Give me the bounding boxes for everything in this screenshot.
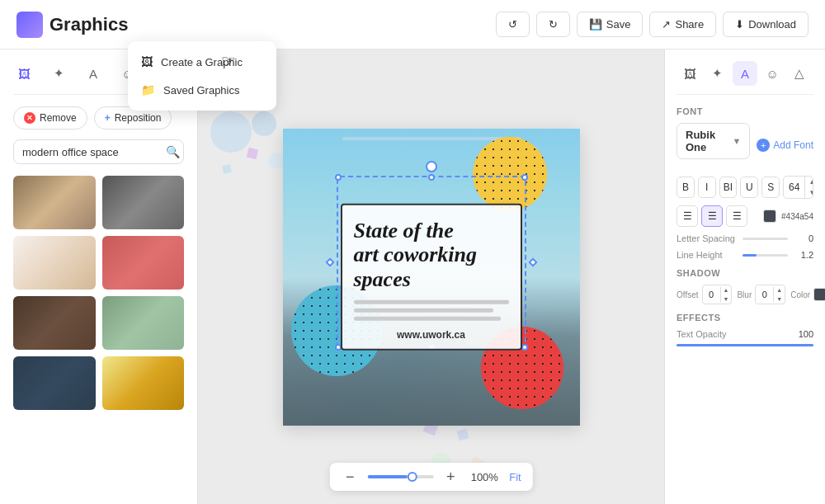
remove-icon: ✕	[24, 112, 35, 124]
design-canvas[interactable]: State of the art coworking spaces www.uw…	[283, 129, 580, 426]
image-thumb-2[interactable]	[102, 176, 185, 229]
bg-lamp	[342, 137, 521, 140]
align-row: ☰ ☰ ☰ #434a54	[676, 205, 813, 227]
image-grid	[13, 176, 184, 410]
image-thumb-8[interactable]	[102, 356, 185, 410]
panel-tool-text[interactable]: A	[82, 63, 104, 84]
bold-button[interactable]: B	[676, 177, 695, 198]
fit-button[interactable]: Fit	[509, 471, 521, 483]
zoom-controls: − + 100% Fit	[329, 463, 532, 491]
right-tool-star[interactable]: ✦	[705, 61, 730, 86]
text-opacity-row: Text Opacity 100	[676, 329, 813, 339]
saved-graphics-label: Saved Graphics	[163, 84, 240, 97]
offset-up[interactable]: ▲	[721, 285, 732, 294]
zoom-percent: 100%	[468, 471, 501, 483]
topbar-actions: ↺ ↻ 💾 Save ↗ Share ⬇ Download	[496, 12, 808, 37]
align-left-icon: ☰	[683, 210, 692, 222]
bold-italic-button[interactable]: BI	[719, 177, 738, 198]
shadow-color-display[interactable]: #434a54	[813, 288, 825, 301]
line-height-value: 1.2	[793, 250, 813, 260]
font-size-up[interactable]: ▲	[805, 177, 813, 187]
italic-button[interactable]: I	[698, 177, 716, 198]
zoom-slider-thumb	[407, 472, 417, 482]
align-left-button[interactable]: ☰	[676, 205, 698, 227]
right-tool-image[interactable]: 🖼	[678, 61, 703, 86]
download-icon: ⬇	[735, 18, 744, 31]
blur-up[interactable]: ▲	[774, 285, 785, 294]
share-label: Share	[675, 18, 704, 31]
remove-button[interactable]: ✕ Remove	[13, 106, 87, 130]
main-area: 🖼 ✦ A ☺ △ ✕ Remove + Reposition 🔍	[0, 49, 825, 504]
save-label: Save	[606, 18, 631, 31]
text-card[interactable]: State of the art coworking spaces www.uw…	[341, 203, 522, 351]
text-color-swatch[interactable]	[763, 210, 776, 223]
app-logo: Graphics	[16, 12, 128, 38]
blur-field: 0 ▲ ▼	[755, 285, 785, 304]
circle-yellow	[473, 137, 547, 211]
blur-arrows: ▲ ▼	[774, 285, 785, 304]
strikethrough-button[interactable]: S	[761, 177, 780, 198]
letter-spacing-row: Letter Spacing 0	[676, 233, 813, 243]
font-size-value: 64	[784, 177, 805, 198]
zoom-slider[interactable]	[367, 475, 433, 478]
text-opacity-slider[interactable]	[676, 344, 813, 346]
zoom-in-button[interactable]: +	[441, 468, 460, 486]
right-tool-emoji[interactable]: ☺	[760, 61, 785, 86]
line-height-slider[interactable]	[742, 254, 788, 257]
image-thumb-7[interactable]	[13, 356, 96, 410]
create-graphic-label: Create a Graphic	[161, 56, 243, 68]
zoom-out-button[interactable]: −	[341, 468, 359, 486]
logo-icon	[16, 12, 43, 38]
underline-button[interactable]: U	[740, 177, 758, 198]
undo-button[interactable]: ↺	[496, 12, 530, 37]
right-tool-shape[interactable]: △	[787, 61, 812, 86]
share-button[interactable]: ↗ Share	[649, 12, 716, 37]
reposition-label: Reposition	[115, 112, 162, 124]
image-thumb-6[interactable]	[102, 296, 185, 350]
align-center-button[interactable]: ☰	[701, 205, 723, 227]
svg-rect-6	[457, 429, 469, 441]
font-size-down[interactable]: ▼	[805, 187, 813, 198]
panel-tool-image[interactable]: 🖼	[13, 63, 35, 84]
redo-icon: ↻	[549, 18, 558, 31]
blur-label: Blur	[737, 290, 752, 299]
blur-down[interactable]: ▼	[774, 294, 785, 304]
image-thumb-5[interactable]	[13, 296, 96, 350]
text-placeholder-lines	[354, 300, 509, 321]
letter-spacing-label: Letter Spacing	[676, 233, 742, 243]
shadow-color-label: Color	[790, 290, 810, 299]
align-right-icon: ☰	[733, 210, 742, 222]
format-row-1: B I BI U S 64 ▲ ▼	[676, 176, 813, 199]
font-selector[interactable]: Rubik One ▼	[676, 123, 750, 159]
shadow-color-swatch	[813, 288, 825, 301]
text-line-2	[354, 309, 493, 313]
add-font-button[interactable]: + Add Font	[757, 139, 813, 152]
panel-tool-cursor[interactable]: ✦	[48, 63, 69, 84]
download-button[interactable]: ⬇ Download	[723, 12, 808, 37]
letter-spacing-slider[interactable]	[742, 238, 788, 240]
dropdown-saved-graphics[interactable]: 📁 Saved Graphics	[128, 76, 276, 104]
offset-down[interactable]: ▼	[721, 294, 732, 304]
align-right-button[interactable]: ☰	[726, 205, 747, 227]
image-icon: 🖼	[141, 55, 153, 68]
shadow-section-label: Shadow	[676, 268, 813, 278]
save-button[interactable]: 💾 Save	[577, 12, 644, 37]
line-height-label: Line Height	[676, 250, 742, 260]
font-size-arrows: ▲ ▼	[805, 177, 813, 198]
website-text: www.uwork.ca	[354, 329, 509, 341]
right-tool-text[interactable]: A	[733, 61, 757, 86]
search-input[interactable]	[22, 146, 161, 158]
svg-rect-2	[247, 148, 259, 160]
image-thumb-4[interactable]	[102, 236, 185, 290]
topbar: Graphics 🖼 Create a Graphic 📁 Saved Grap…	[0, 0, 825, 49]
add-font-plus-icon: +	[757, 139, 770, 152]
add-font-label: Add Font	[773, 139, 813, 151]
font-section-label: Font	[676, 106, 813, 116]
dropdown-create-graphic[interactable]: 🖼 Create a Graphic	[128, 48, 276, 76]
right-toolbar: 🖼 ✦ A ☺ △	[676, 61, 813, 95]
image-thumb-3[interactable]	[13, 236, 96, 290]
redo-button[interactable]: ↻	[536, 12, 570, 37]
folder-icon: 📁	[141, 83, 155, 97]
image-thumb-1[interactable]	[13, 176, 96, 229]
search-bar: 🔍	[13, 139, 184, 164]
